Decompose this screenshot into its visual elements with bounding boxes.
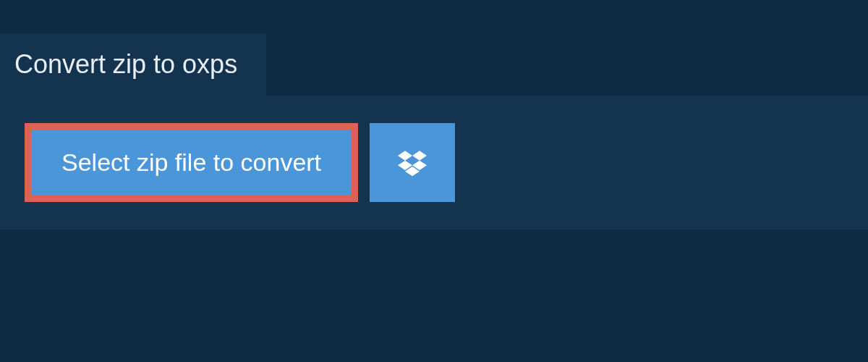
button-row: Select zip file to convert [25, 123, 843, 202]
dropbox-button[interactable] [370, 123, 455, 202]
page-title: Convert zip to oxps [14, 49, 237, 80]
select-file-label: Select zip file to convert [61, 148, 321, 177]
dropbox-icon [398, 148, 427, 177]
converter-panel: Select zip file to convert [0, 96, 868, 230]
select-file-button[interactable]: Select zip file to convert [25, 123, 358, 202]
tab-header: Convert zip to oxps [0, 33, 266, 96]
